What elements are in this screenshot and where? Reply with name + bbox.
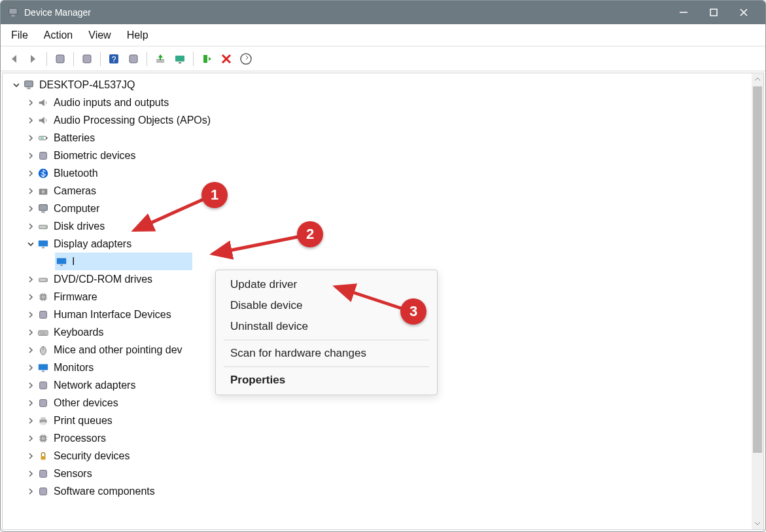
chevron-right-icon[interactable]	[26, 222, 35, 231]
tree-category[interactable]: Audio inputs and outputs	[3, 94, 752, 111]
action-button[interactable]	[124, 50, 143, 68]
menu-view[interactable]: View	[80, 27, 118, 44]
tree-category-label: Human Interface Devices	[54, 306, 171, 323]
category-icon	[37, 167, 50, 180]
category-icon	[37, 450, 50, 463]
back-button[interactable]	[5, 50, 23, 68]
chevron-right-icon[interactable]	[26, 487, 35, 496]
device-manager-window: Device Manager File Action View Help	[0, 0, 766, 532]
chevron-right-icon[interactable]	[26, 434, 35, 443]
tree-category[interactable]: Display adapters	[3, 235, 752, 253]
close-button[interactable]	[729, 1, 759, 24]
properties-button[interactable]	[78, 50, 96, 68]
chevron-right-icon[interactable]	[26, 186, 35, 196]
computer-icon	[22, 79, 35, 92]
tree-category-label: Keyboards	[54, 324, 104, 341]
chevron-down-icon[interactable]	[12, 80, 21, 90]
chevron-right-icon[interactable]	[26, 452, 35, 461]
tree-category[interactable]: Disk drives	[3, 217, 752, 235]
scroll-down-icon[interactable]	[752, 518, 763, 529]
tree-category[interactable]: Cameras	[3, 182, 752, 200]
tree-category-label: Audio Processing Objects (APOs)	[54, 112, 211, 129]
chevron-down-icon[interactable]	[26, 239, 35, 249]
tree-category[interactable]: Print queues	[3, 412, 752, 429]
category-icon	[37, 414, 50, 427]
category-icon	[37, 379, 50, 392]
maximize-button[interactable]	[699, 1, 729, 24]
chevron-right-icon[interactable]	[26, 328, 35, 337]
chevron-right-icon[interactable]	[26, 416, 35, 425]
category-icon	[37, 238, 50, 251]
uninstall-device-button[interactable]	[217, 50, 235, 68]
chevron-right-icon[interactable]	[26, 363, 35, 372]
tree-category-label: Disk drives	[54, 218, 105, 235]
tree-category-label: Network adapters	[54, 377, 135, 394]
menu-help[interactable]: Help	[119, 27, 156, 44]
minimize-button[interactable]	[669, 1, 699, 24]
chevron-right-icon[interactable]	[26, 169, 35, 178]
tree-root[interactable]: DESKTOP-4L537JQ	[3, 76, 752, 94]
tree-category-label: Mice and other pointing dev	[54, 342, 183, 359]
tree-category-label: Audio inputs and outputs	[54, 94, 169, 111]
chevron-right-icon[interactable]	[26, 399, 35, 408]
vertical-scrollbar[interactable]	[752, 73, 763, 529]
tree-category-label: DVD/CD-ROM drives	[54, 271, 152, 288]
svg-rect-48	[203, 55, 207, 63]
category-icon	[37, 114, 50, 127]
window-title: Device Manager	[24, 7, 669, 18]
tree-category[interactable]: Processors	[3, 429, 752, 447]
ctx-separator	[224, 366, 429, 367]
tree-category-label: Monitors	[54, 359, 94, 376]
category-icon	[37, 432, 50, 445]
tree-category[interactable]: Biometric devices	[3, 147, 752, 164]
chevron-right-icon[interactable]	[26, 469, 35, 478]
tree-device-label: I	[72, 253, 75, 270]
chevron-right-icon[interactable]	[26, 133, 35, 143]
chevron-right-icon[interactable]	[26, 151, 35, 160]
category-icon	[37, 308, 50, 321]
tree-category[interactable]: Other devices	[3, 394, 752, 412]
tree-category-label: Software components	[54, 483, 155, 500]
scan-button[interactable]	[237, 50, 255, 68]
scan-hardware-button[interactable]	[171, 50, 189, 68]
forward-button[interactable]	[24, 50, 43, 68]
tree-category-label: Print queues	[54, 412, 113, 429]
update-driver-button[interactable]	[151, 50, 169, 68]
chevron-right-icon[interactable]	[26, 381, 35, 390]
category-icon	[37, 467, 50, 480]
tree-category-label: Processors	[54, 430, 106, 447]
chevron-right-icon[interactable]	[26, 346, 35, 355]
tree-category[interactable]: Security devices	[3, 447, 752, 465]
chevron-right-icon[interactable]	[26, 275, 35, 284]
svg-line-50	[213, 237, 298, 254]
chevron-right-icon[interactable]	[26, 98, 35, 107]
tree-category[interactable]: Computer	[3, 200, 752, 217]
chevron-right-icon[interactable]	[26, 116, 35, 125]
tree-category[interactable]: Batteries	[3, 129, 752, 147]
tree-category-label: Other devices	[54, 395, 118, 412]
category-icon	[37, 96, 50, 109]
help-button[interactable]	[105, 50, 123, 68]
category-icon	[37, 485, 50, 498]
tree-category[interactable]: Sensors	[3, 465, 752, 482]
ctx-scan-hardware[interactable]: Scan for hardware changes	[216, 343, 437, 364]
tree-category-label: Computer	[54, 200, 99, 217]
tree-category[interactable]: Audio Processing Objects (APOs)	[3, 111, 752, 129]
scroll-up-icon[interactable]	[752, 73, 763, 85]
tree-category[interactable]: Bluetooth	[3, 164, 752, 182]
chevron-right-icon[interactable]	[26, 310, 35, 319]
titlebar: Device Manager	[1, 1, 765, 24]
display-adapter-icon	[55, 255, 68, 268]
ctx-properties[interactable]: Properties	[216, 370, 437, 391]
enable-device-button[interactable]	[198, 50, 216, 68]
menu-file[interactable]: File	[3, 27, 36, 44]
show-hide-tree-button[interactable]	[51, 50, 69, 68]
tree-category[interactable]: Software components	[3, 482, 752, 500]
chevron-right-icon[interactable]	[26, 204, 35, 213]
scroll-thumb[interactable]	[753, 86, 762, 453]
tree-device-selected[interactable]: I	[3, 253, 752, 270]
menu-action[interactable]: Action	[36, 27, 80, 44]
category-icon	[37, 149, 50, 162]
annotation-badge-3: 3	[400, 298, 427, 325]
chevron-right-icon[interactable]	[26, 293, 35, 302]
